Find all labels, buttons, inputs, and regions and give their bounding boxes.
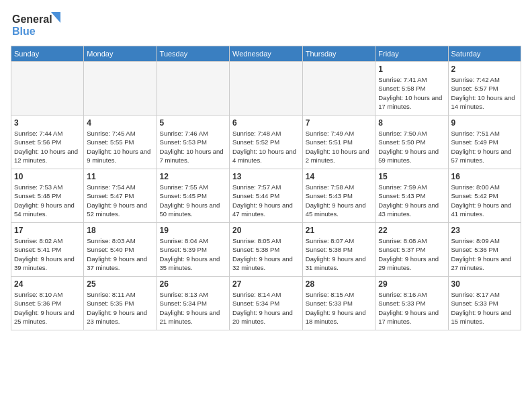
page-header: GeneralBlue <box>11 11 521 38</box>
day-number: 11 <box>87 172 153 181</box>
calendar-cell <box>302 62 375 116</box>
svg-text:General: General <box>12 13 52 25</box>
calendar-cell <box>84 62 157 116</box>
day-number: 26 <box>160 279 226 289</box>
calendar-cell: 14Sunrise: 7:58 AM Sunset: 5:43 PM Dayli… <box>302 169 375 223</box>
day-number: 15 <box>378 172 445 181</box>
calendar-cell: 17Sunrise: 8:02 AM Sunset: 5:41 PM Dayli… <box>11 223 84 277</box>
day-number: 22 <box>378 226 445 235</box>
calendar-cell <box>157 62 229 116</box>
day-info: Sunrise: 7:49 AM Sunset: 5:51 PM Dayligh… <box>306 129 372 165</box>
day-number: 6 <box>232 118 300 128</box>
calendar-cell: 23Sunrise: 8:09 AM Sunset: 5:36 PM Dayli… <box>448 223 521 277</box>
day-number: 19 <box>160 226 226 235</box>
calendar-cell: 19Sunrise: 8:04 AM Sunset: 5:39 PM Dayli… <box>157 223 229 277</box>
day-info: Sunrise: 8:14 AM Sunset: 5:34 PM Dayligh… <box>232 290 300 326</box>
calendar-week-2: 10Sunrise: 7:53 AM Sunset: 5:48 PM Dayli… <box>11 169 521 223</box>
calendar-cell: 4Sunrise: 7:45 AM Sunset: 5:55 PM Daylig… <box>84 116 157 169</box>
calendar-cell: 18Sunrise: 8:03 AM Sunset: 5:40 PM Dayli… <box>84 223 157 277</box>
day-info: Sunrise: 8:15 AM Sunset: 5:33 PM Dayligh… <box>306 290 372 326</box>
day-info: Sunrise: 8:17 AM Sunset: 5:33 PM Dayligh… <box>451 290 519 326</box>
calendar-cell <box>11 62 84 116</box>
day-info: Sunrise: 8:03 AM Sunset: 5:40 PM Dayligh… <box>87 236 153 272</box>
day-info: Sunrise: 8:05 AM Sunset: 5:38 PM Dayligh… <box>232 236 300 272</box>
calendar-table: SundayMondayTuesdayWednesdayThursdayFrid… <box>11 46 521 330</box>
day-number: 17 <box>14 226 81 235</box>
calendar-cell: 30Sunrise: 8:17 AM Sunset: 5:33 PM Dayli… <box>448 277 521 330</box>
day-number: 24 <box>14 279 81 289</box>
day-info: Sunrise: 7:50 AM Sunset: 5:50 PM Dayligh… <box>378 129 445 165</box>
calendar-cell: 8Sunrise: 7:50 AM Sunset: 5:50 PM Daylig… <box>375 116 448 169</box>
day-info: Sunrise: 7:46 AM Sunset: 5:53 PM Dayligh… <box>160 129 226 165</box>
calendar-cell: 27Sunrise: 8:14 AM Sunset: 5:34 PM Dayli… <box>229 277 302 330</box>
calendar-cell: 16Sunrise: 8:00 AM Sunset: 5:42 PM Dayli… <box>448 169 521 223</box>
calendar-week-1: 3Sunrise: 7:44 AM Sunset: 5:56 PM Daylig… <box>11 116 521 169</box>
day-info: Sunrise: 8:16 AM Sunset: 5:33 PM Dayligh… <box>378 290 445 326</box>
day-number: 2 <box>451 64 519 74</box>
day-header-monday: Monday <box>84 46 157 62</box>
calendar-header-row: SundayMondayTuesdayWednesdayThursdayFrid… <box>11 46 521 62</box>
day-number: 25 <box>87 279 153 289</box>
day-info: Sunrise: 7:41 AM Sunset: 5:58 PM Dayligh… <box>378 75 445 111</box>
day-header-friday: Friday <box>375 46 448 62</box>
calendar-cell: 13Sunrise: 7:57 AM Sunset: 5:44 PM Dayli… <box>229 169 302 223</box>
calendar-week-3: 17Sunrise: 8:02 AM Sunset: 5:41 PM Dayli… <box>11 223 521 277</box>
calendar-cell <box>229 62 302 116</box>
logo: GeneralBlue <box>11 11 64 38</box>
day-info: Sunrise: 7:59 AM Sunset: 5:43 PM Dayligh… <box>378 183 445 218</box>
calendar-cell: 10Sunrise: 7:53 AM Sunset: 5:48 PM Dayli… <box>11 169 84 223</box>
day-header-wednesday: Wednesday <box>229 46 302 62</box>
svg-marker-2 <box>51 12 60 23</box>
calendar-week-0: 1Sunrise: 7:41 AM Sunset: 5:58 PM Daylig… <box>11 62 521 116</box>
calendar-cell: 21Sunrise: 8:07 AM Sunset: 5:38 PM Dayli… <box>302 223 375 277</box>
day-info: Sunrise: 8:02 AM Sunset: 5:41 PM Dayligh… <box>14 236 81 272</box>
day-info: Sunrise: 7:48 AM Sunset: 5:52 PM Dayligh… <box>232 129 300 165</box>
day-number: 1 <box>378 64 445 74</box>
day-header-sunday: Sunday <box>11 46 84 62</box>
day-number: 30 <box>451 279 519 289</box>
day-info: Sunrise: 7:55 AM Sunset: 5:45 PM Dayligh… <box>160 183 226 218</box>
calendar-cell: 24Sunrise: 8:10 AM Sunset: 5:36 PM Dayli… <box>11 277 84 330</box>
day-info: Sunrise: 7:42 AM Sunset: 5:57 PM Dayligh… <box>451 75 519 111</box>
day-info: Sunrise: 7:57 AM Sunset: 5:44 PM Dayligh… <box>232 183 300 218</box>
calendar-cell: 15Sunrise: 7:59 AM Sunset: 5:43 PM Dayli… <box>375 169 448 223</box>
day-number: 29 <box>378 279 445 289</box>
day-info: Sunrise: 7:45 AM Sunset: 5:55 PM Dayligh… <box>87 129 153 165</box>
calendar-cell: 1Sunrise: 7:41 AM Sunset: 5:58 PM Daylig… <box>375 62 448 116</box>
day-number: 3 <box>14 118 81 128</box>
day-header-tuesday: Tuesday <box>157 46 229 62</box>
calendar-cell: 29Sunrise: 8:16 AM Sunset: 5:33 PM Dayli… <box>375 277 448 330</box>
day-info: Sunrise: 7:58 AM Sunset: 5:43 PM Dayligh… <box>306 183 372 218</box>
day-info: Sunrise: 8:07 AM Sunset: 5:38 PM Dayligh… <box>306 236 372 272</box>
calendar-cell: 9Sunrise: 7:51 AM Sunset: 5:49 PM Daylig… <box>448 116 521 169</box>
day-number: 10 <box>14 172 81 181</box>
day-info: Sunrise: 7:51 AM Sunset: 5:49 PM Dayligh… <box>451 129 519 165</box>
calendar-cell: 22Sunrise: 8:08 AM Sunset: 5:37 PM Dayli… <box>375 223 448 277</box>
day-number: 18 <box>87 226 153 235</box>
day-number: 12 <box>160 172 226 181</box>
day-info: Sunrise: 8:13 AM Sunset: 5:34 PM Dayligh… <box>160 290 226 326</box>
calendar-cell: 12Sunrise: 7:55 AM Sunset: 5:45 PM Dayli… <box>157 169 229 223</box>
calendar-cell: 2Sunrise: 7:42 AM Sunset: 5:57 PM Daylig… <box>448 62 521 116</box>
day-info: Sunrise: 8:08 AM Sunset: 5:37 PM Dayligh… <box>378 236 445 272</box>
day-info: Sunrise: 8:10 AM Sunset: 5:36 PM Dayligh… <box>14 290 81 326</box>
day-number: 9 <box>451 118 519 128</box>
calendar-cell: 3Sunrise: 7:44 AM Sunset: 5:56 PM Daylig… <box>11 116 84 169</box>
day-number: 16 <box>451 172 519 181</box>
day-number: 8 <box>378 118 445 128</box>
day-info: Sunrise: 8:04 AM Sunset: 5:39 PM Dayligh… <box>160 236 226 272</box>
day-number: 4 <box>87 118 153 128</box>
day-number: 20 <box>232 226 300 235</box>
day-number: 5 <box>160 118 226 128</box>
day-number: 27 <box>232 279 300 289</box>
day-info: Sunrise: 8:00 AM Sunset: 5:42 PM Dayligh… <box>451 183 519 218</box>
day-number: 7 <box>306 118 372 128</box>
logo-icon: GeneralBlue <box>11 11 64 38</box>
day-info: Sunrise: 8:11 AM Sunset: 5:35 PM Dayligh… <box>87 290 153 326</box>
day-info: Sunrise: 7:54 AM Sunset: 5:47 PM Dayligh… <box>87 183 153 218</box>
day-header-thursday: Thursday <box>302 46 375 62</box>
day-header-saturday: Saturday <box>448 46 521 62</box>
day-info: Sunrise: 7:53 AM Sunset: 5:48 PM Dayligh… <box>14 183 81 218</box>
calendar-cell: 6Sunrise: 7:48 AM Sunset: 5:52 PM Daylig… <box>229 116 302 169</box>
day-number: 14 <box>306 172 372 181</box>
